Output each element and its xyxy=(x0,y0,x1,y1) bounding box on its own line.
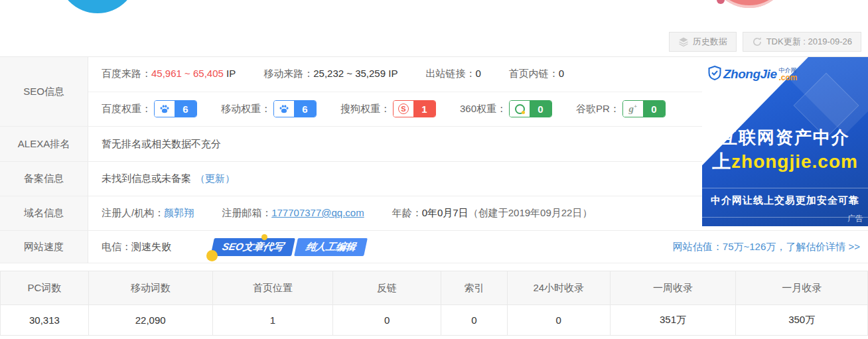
header-homepage-position: 首页位置 xyxy=(213,271,334,305)
promo-left-text: SEO文章代写 xyxy=(210,238,295,256)
sogou-weight-value: 1 xyxy=(413,101,435,117)
registrant-link[interactable]: 颜郭翔 xyxy=(164,207,194,218)
site-speed-row: 网站速度 电信：测速失败 SEO文章代写 纯人工编辑 网站估值：75万~126万… xyxy=(0,231,868,263)
promo-right-text: 纯人工编辑 xyxy=(294,238,368,256)
google-pr-value: 0 xyxy=(643,101,665,117)
registrant: 注册人/机构：颜郭翔 xyxy=(102,207,194,220)
baidu-paw-icon xyxy=(155,101,175,117)
sogou-weight: 搜狗权重： S 1 xyxy=(340,100,436,117)
header-24h-indexed: 24小时收录 xyxy=(508,271,611,305)
site-info-page: 历史数据 TDK更新 : 2019-09-26 SEO信息 百度来路：45,96… xyxy=(0,0,868,339)
mobile-weight-value: 6 xyxy=(294,101,316,117)
ad-subline: 上zhongjie.com xyxy=(702,149,868,174)
site-valuation-link[interactable]: 网站估值：75万~126万，了解估价详情 >> xyxy=(673,241,860,253)
mobile-traffic-value: 25,232 ~ 35,259 xyxy=(313,68,386,79)
google-pr-badge[interactable]: g+ 0 xyxy=(622,100,666,117)
layers-icon xyxy=(678,36,689,47)
telecom-speed: 电信：测速失败 xyxy=(102,241,171,253)
site-speed-row-label: 网站速度 xyxy=(0,231,88,263)
mobile-weight-badge[interactable]: 6 xyxy=(273,100,317,117)
keyword-stats-table: PC词数 移动词数 首页位置 反链 索引 24小时收录 一周收录 一月收录 30… xyxy=(0,271,868,336)
zhongjie-ad-banner[interactable]: ZhongJie 中介网 .com 互联网资产中介 上zhongjie.com … xyxy=(702,57,868,226)
history-data-button[interactable]: 历史数据 xyxy=(669,32,737,52)
zhongjie-logo: ZhongJie 中介网 .com xyxy=(708,66,797,83)
promo-dot-icon xyxy=(261,234,267,240)
domain-age: 年龄：0年0月7日（创建于2019年09月22日） xyxy=(392,207,593,220)
decor-dot xyxy=(717,0,725,4)
value-homepage-position: 1 xyxy=(213,305,334,335)
keyword-table-header-row: PC词数 移动词数 首页位置 反链 索引 24小时收录 一周收录 一月收录 xyxy=(1,271,867,305)
360-weight: 360权重： 0 xyxy=(460,100,552,117)
header-month-indexed: 一月收录 xyxy=(736,271,867,305)
site-logo-circle xyxy=(58,0,137,13)
alexa-rank-row-label: ALEXA排名 xyxy=(0,127,88,161)
value-mobile-words: 22,090 xyxy=(89,305,213,335)
outbound-links: 出站链接：0 xyxy=(425,68,480,80)
header-backlinks: 反链 xyxy=(333,271,441,305)
baidu-traffic-value: 45,961 ~ 65,405 xyxy=(151,68,224,79)
google-pr: 谷歌PR： g+ 0 xyxy=(576,100,666,117)
value-index: 0 xyxy=(441,305,508,335)
register-email-link[interactable]: 177707377@qq.com xyxy=(271,207,364,218)
value-24h-indexed: 0 xyxy=(508,305,611,335)
promo-dot-icon xyxy=(206,250,218,261)
icp-update-link[interactable]: （更新） xyxy=(195,172,235,185)
value-month-indexed: 350万 xyxy=(736,305,867,335)
mobile-weight: 移动权重： 6 xyxy=(221,100,317,117)
icp-record-value: 未找到信息或未备案 xyxy=(102,172,191,185)
seo-article-promo-banner[interactable]: SEO文章代写 纯人工编辑 xyxy=(212,238,366,256)
brand-name: ZhongJie xyxy=(723,67,776,82)
baidu-weight-value: 6 xyxy=(175,101,196,117)
baidu-weight: 百度权重： 6 xyxy=(102,100,197,117)
tdk-update-button[interactable]: TDK更新 : 2019-09-26 xyxy=(743,32,861,52)
ad-mark-label: 广告 xyxy=(847,213,863,224)
site-info-panel: SEO信息 百度来路：45,961 ~ 65,405 IP 移动来路：25,23… xyxy=(0,56,868,263)
homepage-inlinks: 首页内链：0 xyxy=(509,68,564,80)
value-pc-words: 30,313 xyxy=(1,305,89,335)
baidu-weight-badge[interactable]: 6 xyxy=(154,100,197,117)
mobile-traffic: 移动来路：25,232 ~ 35,259 IP xyxy=(263,68,398,80)
header-index: 索引 xyxy=(441,271,508,305)
ad-tagline: 中介网让线上交易更加安全可靠 xyxy=(702,194,868,207)
header-pc-words: PC词数 xyxy=(1,271,89,305)
sogou-weight-badge[interactable]: S 1 xyxy=(393,100,436,117)
domain-created-note: （创建于2019年09月22日） xyxy=(469,207,593,218)
refresh-icon xyxy=(752,36,762,47)
register-email: 注册邮箱：177707377@qq.com xyxy=(222,207,364,220)
value-backlinks: 0 xyxy=(333,305,441,335)
seo-info-row-label: SEO信息 xyxy=(0,57,88,126)
360-weight-badge[interactable]: 0 xyxy=(509,100,552,117)
header-mobile-words: 移动词数 xyxy=(89,271,213,305)
brand-com: .com xyxy=(778,74,797,82)
ad-divider xyxy=(702,188,868,188)
alexa-rank-value: 暂无排名或相关数据不充分 xyxy=(102,138,221,151)
ad-headline: 互联网资产中介 xyxy=(702,126,868,149)
history-data-label: 历史数据 xyxy=(693,36,727,48)
icp-record-row-label: 备案信息 xyxy=(0,162,88,196)
tdk-update-label: TDK更新 : 2019-09-26 xyxy=(766,36,852,48)
domain-info-row-label: 域名信息 xyxy=(0,196,88,230)
baidu-traffic: 百度来路：45,961 ~ 65,405 IP xyxy=(102,68,236,80)
value-week-indexed: 351万 xyxy=(611,305,737,335)
baidu-paw-icon xyxy=(274,101,294,117)
keyword-table-value-row: 30,313 22,090 1 0 0 0 351万 350万 xyxy=(1,305,867,335)
google-g-plus-icon: g+ xyxy=(623,101,643,117)
sogou-s-icon: S xyxy=(394,101,413,117)
ad-divider xyxy=(702,217,868,218)
topbar: 历史数据 TDK更新 : 2019-09-26 xyxy=(669,32,861,52)
shield-icon xyxy=(708,66,721,83)
360-ring-icon xyxy=(510,101,530,117)
header-week-indexed: 一周收录 xyxy=(611,271,737,305)
ad-domain-text: zhongjie.com xyxy=(731,151,858,172)
360-weight-value: 0 xyxy=(530,101,551,117)
